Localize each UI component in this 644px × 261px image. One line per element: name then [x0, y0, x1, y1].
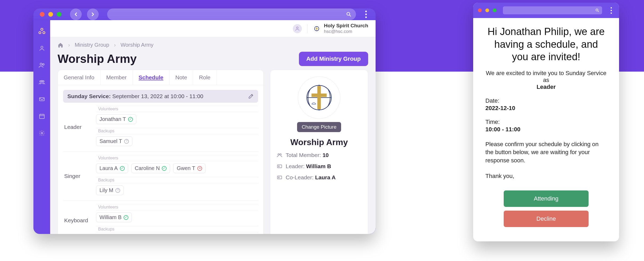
search-icon	[346, 11, 352, 17]
sidebar-item-group[interactable]	[37, 77, 47, 87]
schedule-card: General InfoMemberScheduleNoteRole Sunda…	[58, 70, 264, 234]
email-intro: We are excited to invite you to Sunday S…	[485, 70, 607, 90]
id-icon	[277, 163, 282, 169]
svg-point-2	[39, 32, 41, 34]
browser-bar	[33, 8, 376, 20]
group-logo	[298, 76, 340, 119]
tab-role[interactable]: Role	[193, 70, 216, 85]
app-window: Holy Spirit Church hsc@hsc.com › Ministr…	[33, 8, 376, 234]
person-chip[interactable]: Samuel T	[96, 136, 132, 146]
app-logo-icon[interactable]	[37, 27, 47, 36]
decline-button[interactable]: Decline	[504, 211, 589, 227]
chevron-right-icon: ›	[68, 42, 70, 48]
sidebar-item-people[interactable]	[37, 60, 47, 70]
url-bar[interactable]	[503, 6, 602, 14]
status-ok-icon	[124, 215, 128, 220]
breadcrumb-current[interactable]: Worship Army	[120, 42, 153, 48]
svg-rect-11	[40, 114, 44, 119]
edit-icon[interactable]	[248, 93, 254, 99]
svg-rect-10	[40, 98, 44, 101]
service-header[interactable]: Sunday Service: September 13, 2022 at 10…	[63, 90, 258, 103]
role-name: Keyboard	[63, 204, 95, 234]
person-chip[interactable]: Caroline N	[131, 163, 170, 173]
role-block: LeaderVolunteersJonathan TBackupsSamuel …	[63, 103, 258, 152]
page-title: Worship Army	[58, 52, 137, 66]
group-panel: Change Picture Worship Army Total Member…	[270, 70, 368, 234]
svg-point-3	[43, 32, 45, 34]
total-member-value: 10	[323, 152, 329, 158]
person-chip[interactable]: William B	[96, 212, 132, 222]
change-picture-button[interactable]: Change Picture	[297, 122, 341, 132]
tab-general-info[interactable]: General Info	[58, 70, 101, 85]
user-avatar[interactable]	[293, 24, 302, 33]
svg-point-23	[278, 177, 279, 178]
coleader-value: Laura A	[315, 174, 336, 180]
browser-menu-button[interactable]	[608, 7, 614, 14]
sidebar-item-settings[interactable]	[37, 128, 47, 138]
minimize-window-icon[interactable]	[48, 12, 53, 17]
attending-button[interactable]: Attending	[504, 190, 589, 207]
svg-rect-16	[317, 86, 321, 109]
person-icon	[39, 45, 45, 51]
church-info[interactable]: Holy Spirit Church hsc@hsc.com	[313, 23, 368, 34]
group-icon	[38, 79, 45, 86]
role-sublabel: Backups	[96, 226, 258, 232]
traffic-lights	[40, 12, 62, 17]
arrow-left-icon	[73, 11, 79, 17]
svg-point-18	[278, 154, 280, 155]
service-label: Sunday Service:	[67, 93, 111, 99]
role-block: KeyboardVolunteersWilliam BBackups	[63, 201, 258, 234]
email-browser-bar	[473, 3, 619, 18]
leader-value: William B	[306, 163, 331, 169]
status-no-icon	[197, 166, 202, 171]
divider	[307, 24, 307, 33]
maximize-window-icon[interactable]	[57, 12, 62, 17]
svg-point-5	[40, 63, 42, 65]
chevron-right-icon: ›	[114, 42, 116, 48]
nav-back-button[interactable]	[70, 8, 82, 20]
tab-schedule[interactable]: Schedule	[133, 70, 169, 85]
total-member-row: Total Member: 10	[277, 152, 362, 158]
app-main: Holy Spirit Church hsc@hsc.com › Ministr…	[50, 20, 376, 234]
arrow-right-icon	[90, 11, 96, 17]
email-window: Hi Jonathan Philip, we are having a sche…	[473, 3, 619, 241]
traffic-lights	[478, 8, 497, 12]
home-icon[interactable]	[58, 42, 63, 48]
close-window-icon[interactable]	[40, 12, 45, 17]
tab-note[interactable]: Note	[169, 70, 193, 85]
minimize-window-icon[interactable]	[485, 8, 489, 12]
role-sublabel: Volunteers	[96, 155, 258, 161]
svg-point-12	[41, 132, 43, 134]
close-window-icon[interactable]	[478, 8, 482, 12]
service-detail: September 13, 2022 at 10:00 - 11:00	[111, 93, 203, 99]
add-ministry-group-button[interactable]: Add Ministry Group	[299, 52, 368, 66]
role-sublabel: Backups	[96, 177, 258, 183]
person-chip[interactable]: Jonathan T	[96, 114, 136, 124]
email-time: Time: 10:00 - 11:00	[485, 119, 607, 133]
breadcrumb: › Ministry Group › Worship Army	[58, 42, 368, 48]
calendar-icon	[39, 113, 45, 119]
status-pending-icon	[115, 188, 120, 193]
person-chip[interactable]: Laura A	[96, 163, 128, 173]
nav-forward-button[interactable]	[87, 8, 99, 20]
maximize-window-icon[interactable]	[493, 8, 497, 12]
id-icon	[277, 175, 282, 180]
url-bar[interactable]	[107, 8, 356, 20]
sidebar-item-mail[interactable]	[37, 94, 47, 104]
status-ok-icon	[120, 166, 125, 171]
role-sublabel: Volunteers	[96, 204, 258, 210]
browser-menu-button[interactable]	[363, 11, 369, 18]
breadcrumb-group[interactable]: Ministry Group	[75, 42, 109, 48]
role-sublabel: Backups	[96, 128, 258, 134]
email-date: Date: 2022-12-10	[485, 97, 607, 112]
svg-point-21	[278, 166, 279, 167]
sidebar-item-person[interactable]	[37, 44, 47, 53]
sidebar-item-calendar[interactable]	[37, 111, 47, 121]
person-chip[interactable]: Lily M	[96, 185, 124, 195]
avatar-icon	[295, 26, 300, 31]
person-chip[interactable]: Gwen T	[173, 163, 206, 173]
svg-rect-17	[311, 94, 327, 97]
tab-member[interactable]: Member	[101, 70, 133, 85]
role-name: Leader	[63, 106, 95, 148]
app-topbar: Holy Spirit Church hsc@hsc.com	[50, 20, 376, 37]
